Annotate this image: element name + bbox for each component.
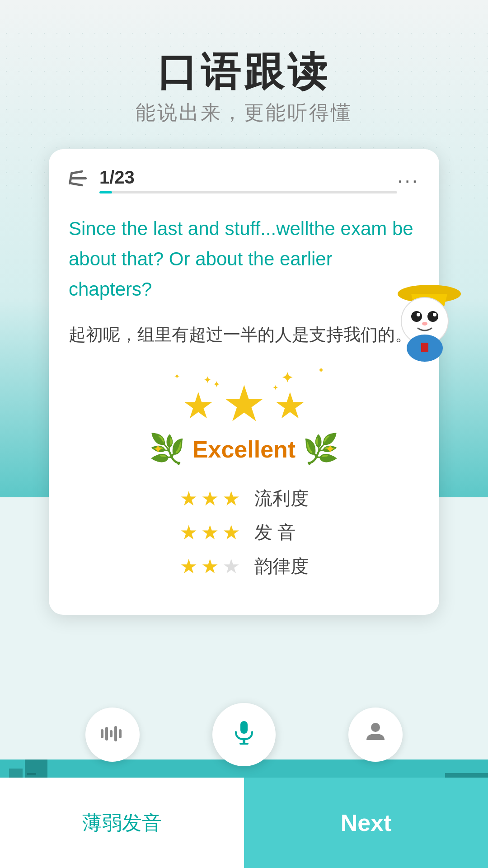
card-content: Since the last and stuff...wellthe exam … <box>49 193 439 348</box>
svg-rect-52 <box>119 729 122 738</box>
more-menu-icon[interactable]: ··· <box>397 169 419 192</box>
rating-rhythm: ★ ★ ★ 韵律度 <box>58 554 430 579</box>
svg-point-40 <box>433 313 436 316</box>
person-icon <box>364 720 387 749</box>
sparkle: ✦ <box>282 370 293 386</box>
svg-point-39 <box>417 313 420 316</box>
fluency-label: 流利度 <box>254 486 309 511</box>
action-bar: 薄弱发音 Next <box>0 778 488 868</box>
excellent-label: Excellent <box>192 436 296 463</box>
svg-rect-55 <box>239 743 249 745</box>
rhythm-label: 韵律度 <box>254 554 309 579</box>
svg-point-41 <box>422 322 427 326</box>
back-icon[interactable] <box>69 168 89 193</box>
rating-fluency: ★ ★ ★ 流利度 <box>58 486 430 511</box>
svg-rect-4 <box>27 773 36 775</box>
page-title: 口语跟读 <box>157 45 331 99</box>
progress-fill <box>99 191 112 193</box>
score-section: ✦ ✦ ✦ ✦ ✦ ✦ ★ ★ ★ 🌿 ✦ Excellent ✦ 🌿 ★ ★ … <box>49 370 439 588</box>
mascot <box>389 271 461 362</box>
svg-rect-45 <box>70 177 87 179</box>
pronunciation-label: 发 音 <box>254 520 309 545</box>
mic-icon <box>231 719 257 750</box>
progress-text: 1/23 <box>99 167 135 187</box>
main-card: 1/23 ··· Since the last and stuff...well… <box>49 149 439 615</box>
next-button[interactable]: Next <box>244 778 488 868</box>
weak-pronunciation-button[interactable]: 薄弱发音 <box>0 778 244 868</box>
rating-pronunciation: ★ ★ ★ 发 音 <box>58 520 430 545</box>
excellent-row: 🌿 ✦ Excellent ✦ 🌿 <box>149 432 339 466</box>
waveform-button[interactable] <box>85 708 140 762</box>
progress-bar <box>99 191 397 193</box>
star-left: ★ <box>182 388 215 424</box>
svg-point-38 <box>427 311 438 322</box>
english-sentence: Since the last and stuff...wellthe exam … <box>69 213 419 305</box>
next-label: Next <box>341 809 392 836</box>
chinese-translation: 起初呢，组里有超过一半的人是支持我们的。 <box>69 321 419 349</box>
sparkle: ✦ <box>272 383 278 392</box>
svg-rect-54 <box>243 739 245 743</box>
fluency-stars: ★ ★ ★ <box>180 487 240 510</box>
svg-rect-53 <box>240 721 248 734</box>
page-subtitle: 能说出来，更能听得懂 <box>136 99 352 126</box>
star-center: ★ <box>222 379 267 429</box>
svg-rect-51 <box>114 726 117 741</box>
person-button[interactable] <box>348 708 403 762</box>
svg-rect-46 <box>70 182 83 187</box>
rhythm-stars: ★ ★ ★ <box>180 555 240 578</box>
svg-rect-48 <box>101 729 103 738</box>
sparkle: ✦ <box>213 379 221 390</box>
star-right: ★ <box>274 388 306 424</box>
svg-rect-43 <box>421 343 428 352</box>
svg-rect-49 <box>105 727 108 741</box>
sparkle-right: ✦ <box>325 442 335 457</box>
sparkle: ✦ <box>318 365 324 375</box>
weak-pronunciation-label: 薄弱发音 <box>82 810 162 836</box>
bottom-toolbar <box>49 703 439 766</box>
mic-button[interactable] <box>212 703 276 766</box>
sparkle-left: ✦ <box>153 442 163 457</box>
sparkle: ✦ <box>174 372 180 381</box>
waveform-icon <box>100 721 125 748</box>
card-header: 1/23 ··· <box>49 149 439 193</box>
pronunciation-stars: ★ ★ ★ <box>180 521 240 544</box>
svg-point-56 <box>371 723 380 732</box>
svg-rect-50 <box>110 730 113 737</box>
svg-point-37 <box>411 311 422 322</box>
sparkle: ✦ <box>203 374 211 386</box>
progress-section: 1/23 <box>99 167 397 193</box>
